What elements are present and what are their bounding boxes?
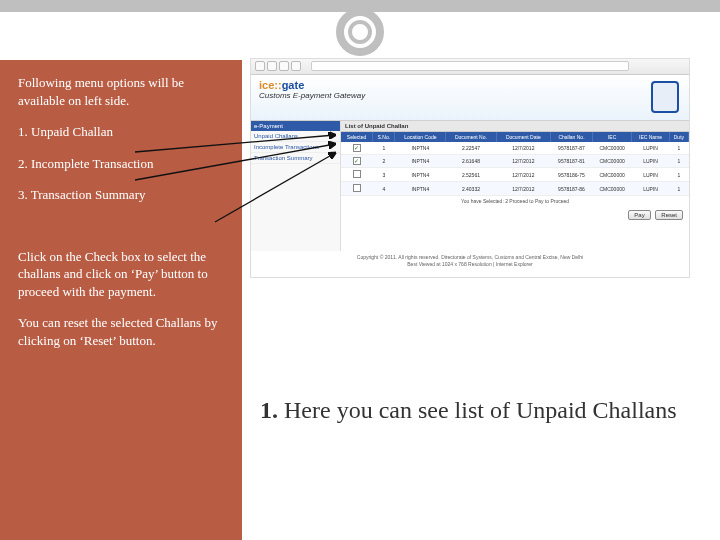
arrow-summary — [215, 153, 335, 222]
slide: Following menu options will be available… — [0, 0, 720, 540]
arrows-overlay — [0, 0, 720, 540]
